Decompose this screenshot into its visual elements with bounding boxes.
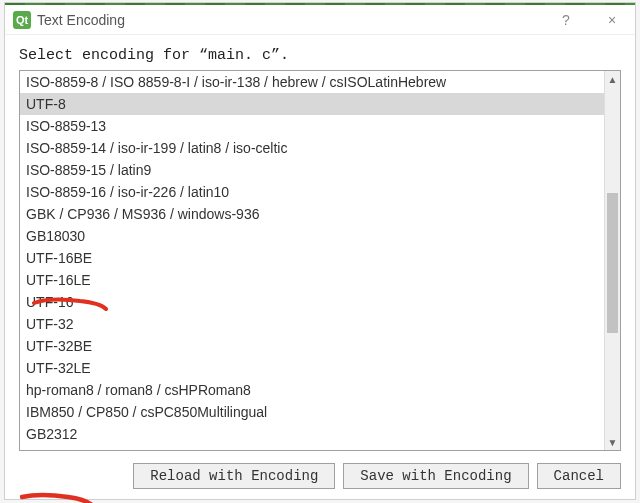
encoding-option[interactable]: UTF-32LE	[20, 357, 604, 379]
encoding-option[interactable]: ISO-8859-15 / latin9	[20, 159, 604, 181]
encoding-option[interactable]: GB18030	[20, 225, 604, 247]
encoding-option[interactable]: ISO-8859-14 / iso-ir-199 / latin8 / iso-…	[20, 137, 604, 159]
encoding-list-container: ISO-8859-8 / ISO 8859-8-I / iso-ir-138 /…	[19, 70, 621, 451]
dialog-content: Select encoding for “main. c”. ISO-8859-…	[5, 35, 635, 455]
encoding-option-label: UTF-32BE	[26, 335, 92, 357]
encoding-option-label: UTF-8	[26, 93, 66, 115]
prompt-label: Select encoding for “main. c”.	[19, 47, 621, 64]
encoding-option[interactable]: UTF-32BE	[20, 335, 604, 357]
encoding-option-label: UTF-32LE	[26, 357, 91, 379]
encoding-option[interactable]: ISO-8859-8 / ISO 8859-8-I / iso-ir-138 /…	[20, 71, 604, 93]
encoding-option[interactable]: ISO-8859-16 / iso-ir-226 / latin10	[20, 181, 604, 203]
encoding-option-label: GB2312	[26, 423, 77, 445]
encoding-option-label: GBK / CP936 / MS936 / windows-936	[26, 203, 259, 225]
encoding-list[interactable]: ISO-8859-8 / ISO 8859-8-I / iso-ir-138 /…	[20, 71, 604, 450]
encoding-option-label: IBM850 / CP850 / csPC850Multilingual	[26, 401, 267, 423]
app-icon: Qt	[13, 11, 31, 29]
encoding-option-label: UTF-32	[26, 313, 73, 335]
encoding-option-label: UTF-16LE	[26, 269, 91, 291]
text-encoding-dialog: Qt Text Encoding ? × Select encoding for…	[4, 2, 636, 500]
encoding-option-label: UTF-16BE	[26, 247, 92, 269]
scroll-up-icon[interactable]: ▲	[605, 71, 620, 87]
encoding-option[interactable]: UTF-16	[20, 291, 604, 313]
save-with-encoding-button[interactable]: Save with Encoding	[343, 463, 528, 489]
encoding-option[interactable]: UTF-32	[20, 313, 604, 335]
cancel-button[interactable]: Cancel	[537, 463, 621, 489]
encoding-option-label: ISO-8859-13	[26, 115, 106, 137]
button-bar: Reload with Encoding Save with Encoding …	[5, 455, 635, 499]
reload-with-encoding-button[interactable]: Reload with Encoding	[133, 463, 335, 489]
encoding-option[interactable]: Big5 / Big5-ETen / CP950	[20, 445, 604, 450]
encoding-option[interactable]: UTF-16BE	[20, 247, 604, 269]
close-icon[interactable]: ×	[589, 5, 635, 35]
encoding-option[interactable]: hp-roman8 / roman8 / csHPRoman8	[20, 379, 604, 401]
scrollbar[interactable]: ▲ ▼	[604, 71, 620, 450]
encoding-option[interactable]: UTF-8	[20, 93, 604, 115]
encoding-option[interactable]: UTF-16LE	[20, 269, 604, 291]
help-icon[interactable]: ?	[543, 5, 589, 35]
encoding-option-label: hp-roman8 / roman8 / csHPRoman8	[26, 379, 251, 401]
window-controls: ? ×	[543, 5, 635, 35]
encoding-option-label: ISO-8859-14 / iso-ir-199 / latin8 / iso-…	[26, 137, 287, 159]
prompt-filename: “main. c”	[199, 47, 280, 64]
encoding-option-label: ISO-8859-8 / ISO 8859-8-I / iso-ir-138 /…	[26, 71, 446, 93]
encoding-option-label: ISO-8859-15 / latin9	[26, 159, 151, 181]
prompt-suffix: .	[280, 47, 289, 64]
encoding-option[interactable]: GB2312	[20, 423, 604, 445]
encoding-option[interactable]: GBK / CP936 / MS936 / windows-936	[20, 203, 604, 225]
scroll-thumb[interactable]	[607, 193, 618, 333]
encoding-option-label: GB18030	[26, 225, 85, 247]
scroll-down-icon[interactable]: ▼	[605, 434, 620, 450]
encoding-option-label: Big5 / Big5-ETen / CP950	[26, 445, 185, 450]
encoding-option[interactable]: ISO-8859-13	[20, 115, 604, 137]
dialog-title: Text Encoding	[37, 12, 543, 28]
titlebar: Qt Text Encoding ? ×	[5, 5, 635, 35]
encoding-option[interactable]: IBM850 / CP850 / csPC850Multilingual	[20, 401, 604, 423]
encoding-option-label: ISO-8859-16 / iso-ir-226 / latin10	[26, 181, 229, 203]
prompt-prefix: Select encoding for	[19, 47, 199, 64]
encoding-option-label: UTF-16	[26, 291, 73, 313]
